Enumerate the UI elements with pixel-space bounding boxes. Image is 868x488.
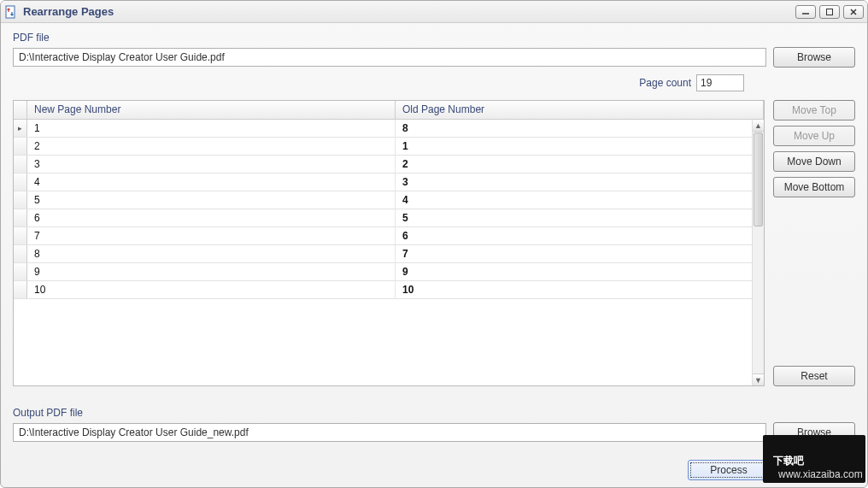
side-buttons: Move Top Move Up Move Down Move Bottom R…	[773, 100, 855, 386]
cell-new-page[interactable]: 1	[27, 120, 396, 137]
row-marker	[14, 227, 27, 244]
pdf-file-row: Browse	[13, 47, 855, 68]
cell-new-page[interactable]: 3	[27, 156, 396, 173]
move-up-button[interactable]: Move Up	[773, 126, 855, 146]
cell-old-page[interactable]: 10	[396, 281, 764, 298]
table-row[interactable]: 21	[14, 138, 764, 156]
cell-old-page[interactable]: 9	[396, 263, 764, 280]
row-marker	[14, 138, 27, 155]
table-row[interactable]: 32	[14, 156, 764, 173]
app-icon	[4, 5, 18, 19]
output-file-label: Output PDF file	[13, 407, 855, 419]
maximize-button[interactable]	[819, 5, 840, 19]
window-title: Rearrange Pages	[23, 5, 795, 18]
table-row[interactable]: ▸18	[14, 120, 764, 138]
output-file-row: Browse	[13, 422, 855, 443]
cell-new-page[interactable]: 4	[27, 173, 396, 191]
titlebar: Rearrange Pages	[1, 1, 867, 23]
process-button[interactable]: Process	[688, 460, 770, 480]
row-marker	[14, 281, 27, 298]
move-bottom-button[interactable]: Move Bottom	[773, 177, 855, 197]
table-row[interactable]: 99	[14, 263, 764, 281]
cell-old-page[interactable]: 2	[396, 156, 764, 173]
pdf-file-input[interactable]	[13, 48, 766, 67]
grid-corner	[14, 101, 27, 119]
bottom-bar: Process	[13, 443, 855, 480]
minimize-button[interactable]	[795, 5, 816, 19]
row-marker	[14, 191, 27, 209]
cell-old-page[interactable]: 8	[396, 120, 764, 137]
table-row[interactable]: 76	[14, 227, 764, 245]
table-row[interactable]: 65	[14, 209, 764, 227]
scroll-down-arrow[interactable]: ▼	[753, 373, 764, 385]
scroll-up-arrow[interactable]: ▲	[753, 120, 764, 132]
row-marker	[14, 263, 27, 280]
watermark: 下载吧 www.xiazaiba.com	[763, 435, 865, 485]
cell-new-page[interactable]: 8	[27, 245, 396, 262]
scroll-thumb[interactable]	[754, 132, 763, 226]
row-marker	[14, 173, 27, 191]
svg-rect-0	[6, 6, 15, 18]
close-button[interactable]	[843, 5, 864, 19]
cell-new-page[interactable]: 2	[27, 138, 396, 155]
window-controls	[795, 5, 864, 19]
page-count-row: Page count	[13, 74, 855, 91]
cell-new-page[interactable]: 7	[27, 227, 396, 244]
cell-old-page[interactable]: 6	[396, 227, 764, 244]
table-row[interactable]: 43	[14, 173, 764, 191]
spacer	[773, 203, 855, 361]
pdf-file-label: PDF file	[13, 32, 855, 44]
watermark-cn: 下载吧	[772, 455, 805, 467]
cell-old-page[interactable]: 3	[396, 173, 764, 191]
row-marker	[14, 156, 27, 173]
grid-scrollbar[interactable]: ▲ ▼	[752, 120, 764, 385]
grid-header: New Page Number Old Page Number	[14, 101, 764, 120]
table-row[interactable]: 1010	[14, 281, 764, 299]
main-area: New Page Number Old Page Number ▸1821324…	[13, 100, 855, 386]
cell-old-page[interactable]: 4	[396, 191, 764, 209]
table-row[interactable]: 87	[14, 245, 764, 263]
row-marker	[14, 245, 27, 262]
reset-button[interactable]: Reset	[773, 366, 855, 386]
cell-old-page[interactable]: 1	[396, 138, 764, 155]
watermark-url: www.xiazaiba.com	[777, 468, 863, 480]
browse-pdf-button[interactable]: Browse	[773, 47, 855, 68]
row-marker	[14, 209, 27, 226]
page-count-label: Page count	[639, 77, 691, 89]
cell-new-page[interactable]: 9	[27, 263, 396, 280]
cell-new-page[interactable]: 10	[27, 281, 396, 298]
col-header-new[interactable]: New Page Number	[27, 101, 396, 119]
move-top-button[interactable]: Move Top	[773, 100, 855, 121]
output-section: Output PDF file Browse	[13, 407, 855, 443]
row-marker: ▸	[14, 120, 27, 137]
cell-old-page[interactable]: 5	[396, 209, 764, 226]
cell-old-page[interactable]: 7	[396, 245, 764, 262]
cell-new-page[interactable]: 5	[27, 191, 396, 209]
table-row[interactable]: 54	[14, 191, 764, 209]
cell-new-page[interactable]: 6	[27, 209, 396, 226]
svg-rect-2	[827, 9, 833, 15]
col-header-old[interactable]: Old Page Number	[396, 101, 764, 119]
content-area: PDF file Browse Page count New Page Numb…	[1, 23, 867, 487]
output-file-input[interactable]	[13, 423, 766, 442]
pages-grid[interactable]: New Page Number Old Page Number ▸1821324…	[13, 100, 765, 386]
page-count-value	[696, 74, 744, 91]
move-down-button[interactable]: Move Down	[773, 151, 855, 172]
grid-body: ▸1821324354657687991010	[14, 120, 764, 385]
app-window: Rearrange Pages PDF file Browse Page cou…	[0, 0, 868, 488]
